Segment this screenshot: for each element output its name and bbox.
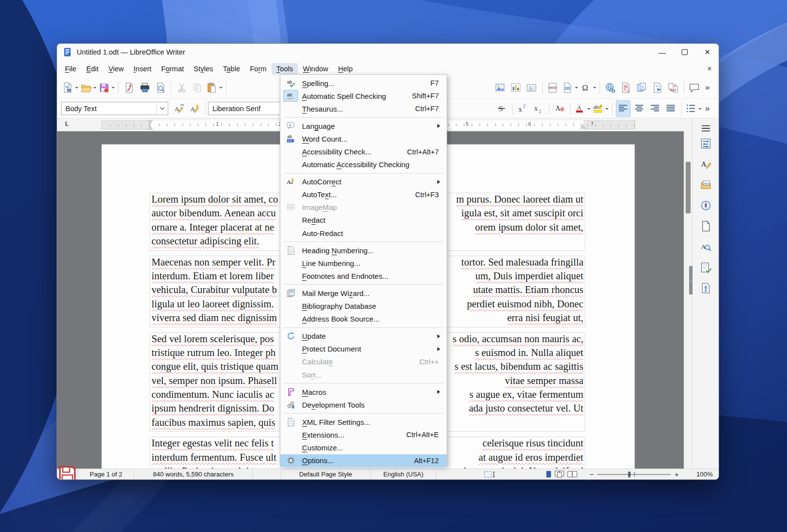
menu-view[interactable]: View	[103, 63, 128, 75]
menu-item-update[interactable]: Update	[280, 330, 447, 343]
page-number-status[interactable]: Page 1 of 2	[78, 469, 134, 479]
tab-stop-type-button[interactable]: L	[65, 121, 68, 128]
document-modified-icon[interactable]	[57, 469, 78, 479]
menu-item-automatic-accessibility-checking[interactable]: Automatic Accessibility Checking	[280, 158, 447, 171]
update-style-button[interactable]: A	[172, 101, 186, 117]
menu-tools[interactable]: Tools	[272, 63, 298, 75]
sidebar-sidebar-settings-icon[interactable]	[698, 121, 713, 136]
menu-item-redact[interactable]: Redact	[280, 214, 447, 227]
zoom-level-status[interactable]: 100%	[687, 469, 719, 479]
indent-marker-left[interactable]	[147, 120, 153, 130]
paste-dropdown-icon[interactable]	[219, 87, 222, 90]
font-color-dropdown-icon[interactable]	[587, 108, 590, 111]
superscript-button[interactable]: x2	[516, 101, 530, 117]
paragraph-style-combo[interactable]: Body Text	[61, 102, 168, 115]
new-style-button[interactable]: A	[188, 101, 202, 117]
insert-comment-button[interactable]	[688, 80, 701, 95]
sidebar-gallery-icon[interactable]	[698, 177, 713, 192]
insert-special-character-dropdown-icon[interactable]	[593, 87, 596, 90]
highlight-color-button[interactable]: ab	[592, 101, 608, 117]
scrollbar-thumb[interactable]	[686, 162, 691, 213]
word-count-status[interactable]: 840 words, 5,590 characters	[134, 469, 252, 479]
subscript-button[interactable]: x2	[532, 101, 545, 117]
menu-item-automatic-spell-checking[interactable]: abAutomatic Spell CheckingShift+F7	[280, 89, 447, 102]
menu-help[interactable]: Help	[333, 63, 358, 75]
sidebar-collapse-handle[interactable]: ‹	[689, 266, 693, 295]
menu-format[interactable]: Format	[156, 63, 189, 75]
book-view-icon[interactable]	[567, 470, 578, 478]
export-pdf-button[interactable]	[122, 80, 136, 95]
menu-item-line-numbering[interactable]: Line Numbering...	[280, 257, 447, 269]
menu-item-word-count[interactable]: ab1 2Word Count...	[280, 132, 447, 145]
single-page-view-icon[interactable]	[545, 470, 552, 478]
insert-image-button[interactable]	[493, 80, 507, 95]
save-dropdown-icon[interactable]	[112, 87, 115, 90]
menu-item-thesaurus[interactable]: Thesaurus...Ctrl+F7	[280, 102, 447, 115]
zoom-slider-track[interactable]	[597, 474, 671, 475]
highlight-color-dropdown-icon[interactable]	[605, 108, 608, 111]
insert-field-dropdown-icon[interactable]	[575, 87, 578, 90]
selection-mode-icon[interactable]	[484, 469, 497, 479]
menu-item-auto-redact[interactable]: Auto-Redact	[280, 227, 447, 239]
sidebar-style-inspector-icon[interactable]: A	[698, 239, 713, 254]
menu-item-development-tools[interactable]: Development Tools	[280, 398, 447, 411]
menu-item-customize[interactable]: Customize...	[280, 441, 447, 454]
align-left-button[interactable]	[616, 100, 631, 117]
menu-window[interactable]: Window	[298, 63, 333, 75]
menu-item-protect-document[interactable]: Protect Document	[280, 343, 447, 355]
menu-item-accessibility-check[interactable]: Accessibility Check...Ctrl+Alt+7	[280, 145, 447, 158]
multi-page-view-icon[interactable]	[554, 470, 565, 478]
sidebar-styles-icon[interactable]: A	[698, 157, 713, 172]
menu-table[interactable]: Table	[218, 63, 245, 75]
menu-insert[interactable]: Insert	[129, 63, 156, 75]
menu-item-spelling[interactable]: abSpelling...F7	[280, 77, 447, 89]
align-center-button[interactable]	[633, 101, 646, 117]
justify-button[interactable]	[664, 101, 678, 117]
menu-item-address-book-source[interactable]: Address Book Source...	[280, 313, 447, 325]
menu-form[interactable]: Form	[245, 63, 272, 75]
sidebar-properties-icon[interactable]	[698, 136, 713, 151]
insert-chart-button[interactable]	[509, 80, 523, 95]
new-document-dropdown-icon[interactable]	[75, 87, 78, 90]
menu-item-bibliography-database[interactable]: Bibliography Database	[280, 300, 447, 313]
page-style-status[interactable]: Default Page Style	[281, 469, 370, 479]
menu-item-macros[interactable]: Macros	[280, 385, 447, 398]
menu-styles[interactable]: Styles	[189, 63, 218, 75]
insert-cross-reference-button[interactable]: [i]	[635, 80, 649, 95]
zoom-slider-handle[interactable]	[628, 472, 631, 477]
insert-footnote-button[interactable]: 1	[619, 80, 633, 95]
menu-file[interactable]: File	[60, 63, 81, 75]
insert-text-box-button[interactable]: A	[525, 80, 539, 95]
vertical-scrollbar[interactable]	[684, 131, 692, 469]
clear-formatting-button[interactable]: A	[553, 101, 567, 117]
menu-item-options[interactable]: Options...Alt+F12	[280, 454, 447, 467]
maximize-button[interactable]	[673, 44, 696, 60]
menu-edit[interactable]: Edit	[81, 63, 103, 75]
zoom-slider[interactable]: − +	[586, 470, 682, 478]
sidebar-navigator-icon[interactable]	[698, 198, 713, 213]
align-right-button[interactable]	[648, 101, 662, 117]
zoom-out-button[interactable]: −	[586, 470, 597, 478]
strikethrough-button[interactable]: S	[495, 101, 509, 117]
paste-button[interactable]	[206, 80, 222, 95]
sidebar-page-icon[interactable]	[698, 219, 713, 234]
print-button[interactable]	[138, 80, 151, 95]
font-color-button[interactable]: A	[574, 101, 590, 117]
bullet-list-button[interactable]	[685, 101, 701, 117]
menu-item-autocorrect[interactable]: AaAutoCorrect	[280, 176, 447, 188]
menu-item-xml-filter-settings[interactable]: </>XML Filter Settings...	[280, 415, 447, 428]
sidebar-manage-changes-icon[interactable]	[698, 260, 713, 275]
menu-item-mail-merge-wizard[interactable]: Mail Merge Wizard...	[280, 287, 447, 299]
close-document-icon[interactable]: ×	[707, 64, 712, 73]
chevron-down-icon[interactable]	[156, 102, 168, 115]
menu-item-footnotes-and-endnotes[interactable]: Footnotes and Endnotes...	[280, 269, 447, 282]
insert-page-break-button[interactable]	[546, 80, 560, 95]
open-button[interactable]	[80, 80, 96, 95]
close-button[interactable]: ×	[696, 44, 719, 60]
menu-item-autotext[interactable]: AutoText...Ctrl+F3	[280, 188, 447, 201]
language-status[interactable]: English (USA)	[371, 469, 436, 479]
title-bar[interactable]: Untitled 1.odt — LibreOffice Writer — ×	[57, 44, 719, 60]
menu-item-extensions[interactable]: Extensions...Ctrl+Alt+E	[280, 428, 447, 441]
bullet-list-dropdown-icon[interactable]	[698, 108, 701, 111]
insert-special-character-button[interactable]: Ω	[580, 80, 596, 95]
